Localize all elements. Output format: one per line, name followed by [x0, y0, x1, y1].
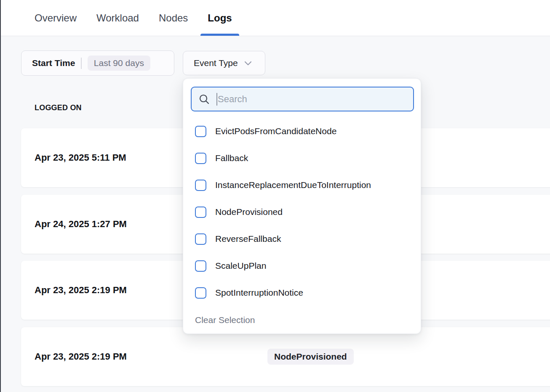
event-type-filter-button[interactable]: Event Type [183, 51, 265, 75]
option-evictpodsfromcandidatenode[interactable]: EvictPodsFromCandidateNode [183, 118, 421, 145]
option-label: SpotInterruptionNotice [215, 288, 303, 298]
tab-workload[interactable]: Workload [96, 0, 139, 36]
logged-on-timestamp: Apr 23, 2025 2:19 PM [35, 285, 127, 296]
checkbox-icon[interactable] [195, 207, 206, 218]
option-label: ScaleUpPlan [215, 261, 266, 271]
checkbox-icon[interactable] [195, 233, 206, 245]
tab-overview[interactable]: Overview [35, 0, 77, 36]
start-time-filter-button[interactable]: Start Time Last 90 days [21, 50, 174, 76]
clear-selection-link[interactable]: Clear Selection [195, 315, 255, 325]
event-type-label: Event Type [194, 58, 238, 68]
event-type-badge: NodeProvisioned [267, 349, 354, 365]
log-row[interactable]: Apr 23, 2025 2:19 PM NodeProvisioned [21, 327, 550, 386]
option-nodeprovisioned[interactable]: NodeProvisioned [183, 199, 421, 225]
logged-on-timestamp: Apr 23, 2025 5:11 PM [35, 152, 126, 163]
checkbox-icon[interactable] [195, 126, 206, 137]
start-time-label: Start Time [32, 58, 75, 68]
logged-on-timestamp: Apr 24, 2025 1:27 PM [35, 219, 127, 230]
option-label: EvictPodsFromCandidateNode [215, 126, 336, 136]
option-spotinterruptionnotice[interactable]: SpotInterruptionNotice [183, 279, 421, 306]
option-label: ReverseFallback [215, 234, 281, 244]
event-type-options-list: EvictPodsFromCandidateNode Fallback Inst… [183, 118, 421, 306]
option-fallback[interactable]: Fallback [183, 145, 421, 172]
checkbox-icon[interactable] [195, 153, 206, 164]
chevron-down-icon [244, 61, 252, 66]
option-reversefallback[interactable]: ReverseFallback [183, 225, 421, 252]
filter-divider [81, 58, 82, 69]
tab-nodes[interactable]: Nodes [159, 0, 188, 36]
checkbox-icon[interactable] [195, 287, 206, 299]
option-label: Fallback [215, 153, 248, 163]
column-header-logged-on: LOGGED ON [35, 103, 82, 112]
tab-bar: Overview Workload Nodes Logs [1, 0, 550, 36]
logged-on-timestamp: Apr 23, 2025 2:19 PM [35, 351, 127, 362]
search-input[interactable] [218, 94, 406, 105]
option-instancereplacementduetointerruption[interactable]: InstanceReplacementDueToInterruption [183, 172, 421, 199]
option-scaleupplan[interactable]: ScaleUpPlan [183, 252, 421, 279]
tab-logs[interactable]: Logs [208, 0, 232, 36]
text-caret [216, 93, 217, 106]
checkbox-icon[interactable] [195, 260, 206, 272]
checkbox-icon[interactable] [195, 180, 206, 191]
window-edge [0, 0, 1, 392]
option-label: NodeProvisioned [215, 207, 283, 217]
start-time-value-chip: Last 90 days [88, 56, 150, 71]
dropdown-search-box[interactable] [191, 87, 414, 111]
option-label: InstanceReplacementDueToInterruption [215, 180, 371, 190]
search-icon [198, 93, 210, 105]
event-type-dropdown-panel: EvictPodsFromCandidateNode Fallback Inst… [183, 78, 421, 334]
